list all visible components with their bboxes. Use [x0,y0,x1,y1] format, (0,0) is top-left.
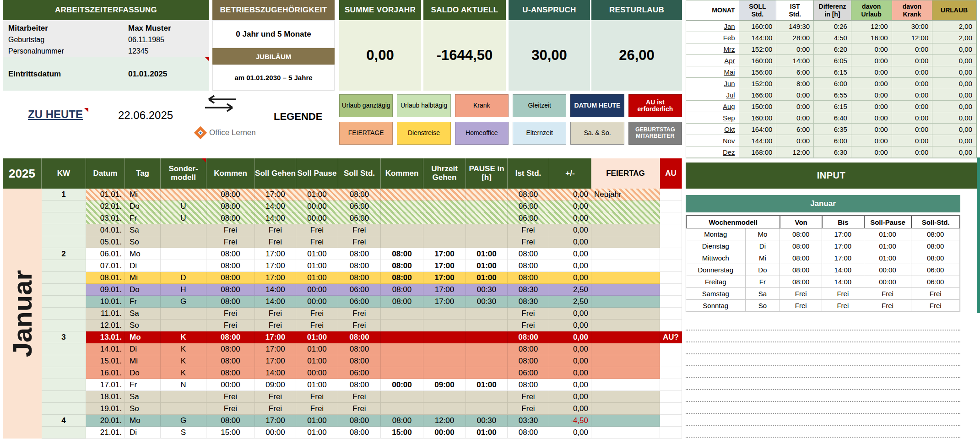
month-link[interactable]: Mrz [724,45,735,53]
cell-kommen-soll[interactable]: 15:00 [206,427,255,439]
cell-feiertag[interactable] [591,403,660,415]
cell-soll-gehen[interactable]: 00:00 [255,427,296,439]
cell-sondermodell[interactable] [161,236,206,248]
cell-kommen-soll[interactable]: 08:00 [206,343,255,355]
cell-soll-std[interactable]: Frei [338,403,381,415]
cell-kommen-ist[interactable]: 08:00 [381,415,423,427]
cell-ist[interactable]: 28:00 [776,32,814,43]
cell-soll-std[interactable]: 06:00 [338,296,381,308]
cell-soll-gehen[interactable]: 14:00 [255,201,296,212]
cell-soll-pause[interactable]: 00:00 [296,284,338,296]
cell-pause[interactable] [466,367,508,379]
summe-vorjahr-value[interactable]: 0,00 [339,20,421,91]
cell-ist-std[interactable]: Frei [508,224,549,236]
cell-pause[interactable] [466,212,508,224]
cell-davon-urlaub[interactable]: 16:00 [851,32,892,43]
cell-pause[interactable]: 01:00 [466,260,508,272]
cell-uhrzeit-gehen[interactable] [423,403,466,415]
cell-kw[interactable] [42,236,86,248]
cell-davon-urlaub[interactable]: 0:00 [851,78,892,89]
cell-kommen-soll[interactable]: 08:00 [206,284,255,296]
cell-kommen-soll[interactable]: 08:00 [206,248,255,260]
cell-soll-std[interactable]: 08:00 [911,228,960,240]
cell-feiertag[interactable] [591,331,660,343]
cell-urlaub[interactable]: 0,00 [932,89,976,101]
cell-bis[interactable]: Frei [822,300,864,312]
cell-datum[interactable]: 13.01. [86,331,125,343]
cell-feiertag[interactable] [591,427,660,439]
cell-soll-gehen[interactable]: Frei [255,236,296,248]
cell-feiertag[interactable] [591,201,660,212]
cell-tag[interactable]: Fr [125,379,161,391]
cell-davon-krank[interactable]: 0:00 [892,78,933,89]
cell-davon-urlaub[interactable]: 0:00 [851,66,892,78]
cell-ist-std[interactable]: 06:00 [508,367,549,379]
cell-von[interactable]: 08:00 [780,276,822,288]
month-link[interactable]: Feb [723,34,735,42]
cell-kw[interactable] [42,296,86,308]
cell-kommen-soll[interactable]: 08:00 [206,331,255,343]
cell-plusminus[interactable]: 0,00 [549,427,591,439]
cell-feiertag[interactable] [591,343,660,355]
cell-davon-urlaub[interactable]: 12:00 [851,21,892,32]
cell-davon-krank[interactable]: 0:00 [892,55,933,66]
cell-pause[interactable] [466,224,508,236]
cell-ist-std[interactable]: Frei [508,320,549,331]
cell-differenz[interactable]: 6:00 [814,78,851,89]
cell-ist[interactable]: 12:00 [776,146,814,158]
cell-tag[interactable]: Do [125,201,161,212]
month-link[interactable]: Nov [723,137,735,145]
cell-tag[interactable]: Mo [125,415,161,427]
cell-soll-std[interactable]: 08:00 [338,415,381,427]
cell-plusminus[interactable]: 0,00 [549,236,591,248]
cell-von[interactable]: Frei [780,300,822,312]
cell-urlaub[interactable]: 0,00 [932,43,976,55]
cell-kw[interactable] [42,201,86,212]
cell-au[interactable] [660,201,682,212]
cell-soll-gehen[interactable]: 14:00 [255,212,296,224]
cell-sondermodell[interactable]: N [161,379,206,391]
cell-kw[interactable] [42,379,86,391]
cell-tag[interactable]: Do [125,367,161,379]
cell-kw[interactable] [42,367,86,379]
cell-tag[interactable]: Di [125,427,161,439]
cell-au[interactable] [660,212,682,224]
cell-davon-krank[interactable]: 0:00 [892,146,933,158]
cell-davon-urlaub[interactable]: 0:00 [851,43,892,55]
cell-ist-std[interactable]: 08:00 [508,355,549,367]
cell-plusminus[interactable]: -4,50 [549,415,591,427]
cell-soll-std[interactable]: 08:00 [338,355,381,367]
cell-soll-std[interactable]: 06:00 [911,264,960,276]
cell-kw[interactable] [42,212,86,224]
cell-uhrzeit-gehen[interactable] [423,189,466,201]
cell-davon-urlaub[interactable]: 0:00 [851,112,892,124]
cell-kommen-ist[interactable] [381,236,423,248]
cell-soll-pause[interactable]: Frei [296,403,338,415]
cell-soll-pause[interactable]: 01:00 [296,415,338,427]
cell-soll-gehen[interactable]: Frei [255,403,296,415]
cell-ist[interactable]: 6:00 [776,66,814,78]
cell-soll-std[interactable]: 08:00 [338,248,381,260]
cell-feiertag[interactable] [591,248,660,260]
cell-tag[interactable]: Fr [125,212,161,224]
cell-uhrzeit-gehen[interactable]: 17:00 [423,248,466,260]
cell-sondermodell[interactable]: U [161,212,206,224]
cell-pause[interactable]: 01:00 [466,272,508,284]
cell-kw[interactable] [42,320,86,331]
cell-soll-pause[interactable]: 01:00 [864,240,912,252]
cell-soll-pause[interactable]: 00:00 [864,264,912,276]
cell-davon-krank[interactable]: 0:00 [892,89,933,101]
cell-uhrzeit-gehen[interactable]: 17:00 [423,284,466,296]
cell-tag[interactable]: Fr [125,296,161,308]
cell-pause[interactable] [466,355,508,367]
cell-tag[interactable]: Mi [125,189,161,201]
cell-sondermodell[interactable]: G [161,415,206,427]
cell-differenz[interactable]: 6:15 [814,66,851,78]
cell-kommen-soll[interactable]: 00:00 [206,379,255,391]
cell-soll-pause[interactable]: 01:00 [296,355,338,367]
cell-kommen-ist[interactable] [381,403,423,415]
cell-kw[interactable] [42,355,86,367]
cell-differenz[interactable]: 4:50 [814,32,851,43]
cell-davon-urlaub[interactable]: 0:00 [851,55,892,66]
cell-von[interactable]: 08:00 [780,252,822,264]
